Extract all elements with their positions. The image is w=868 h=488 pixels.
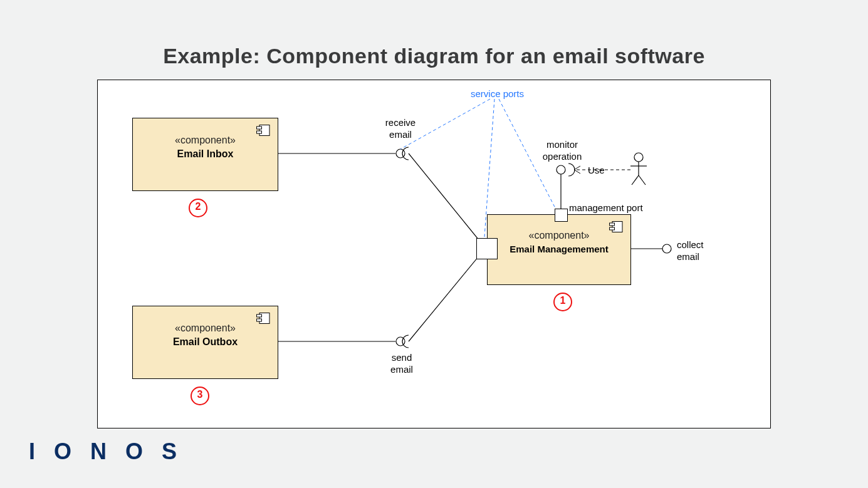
component-icon	[256, 313, 270, 324]
component-email-outbox: «component» Email Outbox	[132, 306, 278, 379]
monitor-operation-label: monitoroperation	[537, 138, 587, 162]
service-ports-label: service ports	[471, 88, 524, 100]
svg-rect-26	[610, 223, 615, 226]
stereotype-label: «component»	[133, 323, 278, 334]
component-name: Email Inbox	[133, 148, 278, 160]
component-name: Email Outbox	[133, 336, 278, 348]
svg-point-9	[557, 165, 565, 174]
port-left	[476, 238, 498, 259]
collect-email-label: collectemail	[677, 239, 714, 262]
send-email-label: sendemail	[383, 351, 421, 375]
callout-3: 3	[191, 387, 209, 405]
brand-logo: I O N O S	[29, 439, 183, 465]
svg-line-4	[409, 153, 481, 243]
callout-2: 2	[189, 199, 207, 217]
stereotype-label: «component»	[133, 135, 278, 146]
page-title: Example: Component diagram for an email …	[0, 44, 868, 68]
svg-line-14	[632, 175, 639, 185]
svg-rect-20	[257, 127, 262, 129]
component-name: Email Managemement	[488, 244, 630, 254]
callout-1: 1	[553, 293, 572, 311]
svg-line-5	[409, 253, 481, 341]
svg-rect-27	[610, 227, 615, 230]
component-icon	[609, 221, 623, 232]
use-label: Use	[588, 164, 605, 176]
svg-rect-23	[257, 314, 262, 317]
component-email-management: «component» Email Managemement	[487, 214, 631, 285]
component-email-inbox: «component» Email Inbox	[132, 118, 278, 191]
svg-point-7	[662, 244, 671, 253]
actor-icon	[630, 153, 647, 185]
receive-email-label: receiveemail	[375, 117, 426, 140]
svg-point-11	[634, 153, 643, 162]
management-port-label: management port	[569, 202, 643, 214]
svg-rect-24	[257, 319, 262, 321]
svg-rect-21	[257, 131, 262, 133]
diagram-frame: service ports receiveemail sendemail mon…	[97, 80, 771, 428]
svg-line-15	[639, 175, 646, 185]
component-icon	[256, 125, 270, 136]
port-top	[555, 209, 568, 222]
